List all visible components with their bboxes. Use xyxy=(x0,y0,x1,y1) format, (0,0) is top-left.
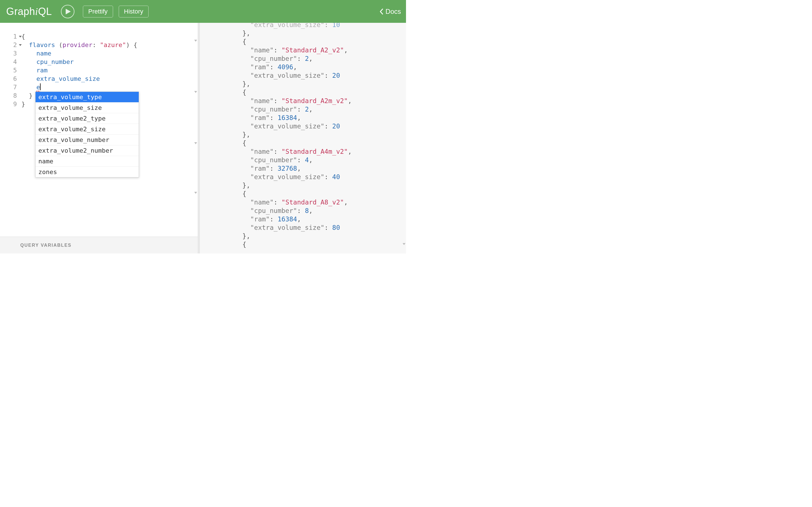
query-variables-label: QUERY VARIABLES xyxy=(20,243,71,248)
main-split: 1 2 3 4 5 6 7 8 9 { flavors (provider: "… xyxy=(0,23,406,253)
query-pane: 1 2 3 4 5 6 7 8 9 { flavors (provider: "… xyxy=(0,23,200,253)
brace-close: } xyxy=(29,92,33,99)
line-number: 7 xyxy=(0,83,18,92)
autocomplete-item[interactable]: name xyxy=(36,156,139,167)
autocomplete-item[interactable]: extra_volume2_type xyxy=(36,113,139,124)
line-gutter: 1 2 3 4 5 6 7 8 9 xyxy=(0,23,18,237)
logo-text-prefix: Graph xyxy=(6,6,35,17)
autocomplete-item[interactable]: extra_volume2_size xyxy=(36,124,139,135)
execute-button[interactable] xyxy=(61,5,74,18)
autocomplete-item[interactable]: extra_volume_size xyxy=(36,103,139,113)
result-body: "extra_volume_size": 10 }, { "name": "St… xyxy=(200,23,406,249)
result-pane[interactable]: "extra_volume_size": 10 }, { "name": "St… xyxy=(200,23,406,253)
field-cpu: cpu_number xyxy=(36,58,73,65)
autocomplete-item[interactable]: extra_volume2_number xyxy=(36,145,139,156)
arg-value: "azure" xyxy=(100,41,126,48)
fold-markers xyxy=(193,23,198,237)
history-button[interactable]: History xyxy=(119,6,149,17)
autocomplete-popup[interactable]: extra_volume_type extra_volume_size extr… xyxy=(35,92,139,177)
query-editor[interactable]: 1 2 3 4 5 6 7 8 9 { flavors (provider: "… xyxy=(0,23,198,237)
paren-open: ( xyxy=(59,41,62,48)
text-cursor xyxy=(40,83,41,90)
query-variables-header[interactable]: QUERY VARIABLES xyxy=(0,237,198,253)
fold-chevron-icon[interactable] xyxy=(194,91,197,93)
line-number: 5 xyxy=(0,66,18,75)
fold-chevron-icon[interactable] xyxy=(403,243,405,245)
line-number: 3 xyxy=(0,49,18,58)
logo-text-italic: i xyxy=(35,6,38,17)
play-icon xyxy=(66,9,71,14)
app-logo: GraphiQL xyxy=(6,6,52,17)
autocomplete-item[interactable]: extra_volume_type xyxy=(36,92,139,103)
line-number: 1 xyxy=(0,33,18,41)
line-number: 9 xyxy=(0,100,18,108)
brace-close: } xyxy=(21,101,25,108)
field-evs: extra_volume_size xyxy=(36,75,100,82)
field-flavors: flavors xyxy=(29,41,55,48)
fold-chevron-icon[interactable] xyxy=(194,192,197,194)
fold-chevron-icon[interactable] xyxy=(194,40,197,42)
fold-markers xyxy=(402,23,406,253)
brace-open: { xyxy=(133,41,137,48)
line-number: 8 xyxy=(0,92,18,100)
line-number: 6 xyxy=(0,75,18,83)
arg-provider: provider xyxy=(63,41,93,48)
line-number: 2 xyxy=(0,41,18,49)
docs-button[interactable]: Docs xyxy=(379,8,401,15)
typed-partial: e xyxy=(36,83,40,91)
field-name: name xyxy=(36,50,51,57)
brace-open: { xyxy=(21,33,25,40)
fold-chevron-icon[interactable] xyxy=(194,142,197,144)
prettify-button[interactable]: Prettify xyxy=(83,6,113,17)
autocomplete-item[interactable]: extra_volume_number xyxy=(36,135,139,145)
paren-close: ) xyxy=(126,41,130,48)
field-ram: ram xyxy=(36,67,48,74)
line-number: 4 xyxy=(0,58,18,66)
docs-label: Docs xyxy=(386,8,401,15)
chevron-left-icon xyxy=(379,8,384,15)
autocomplete-item[interactable]: zones xyxy=(36,167,139,177)
logo-text-suffix: QL xyxy=(38,6,52,17)
colon: : xyxy=(93,41,96,48)
topbar: GraphiQL Prettify History Docs xyxy=(0,0,406,23)
